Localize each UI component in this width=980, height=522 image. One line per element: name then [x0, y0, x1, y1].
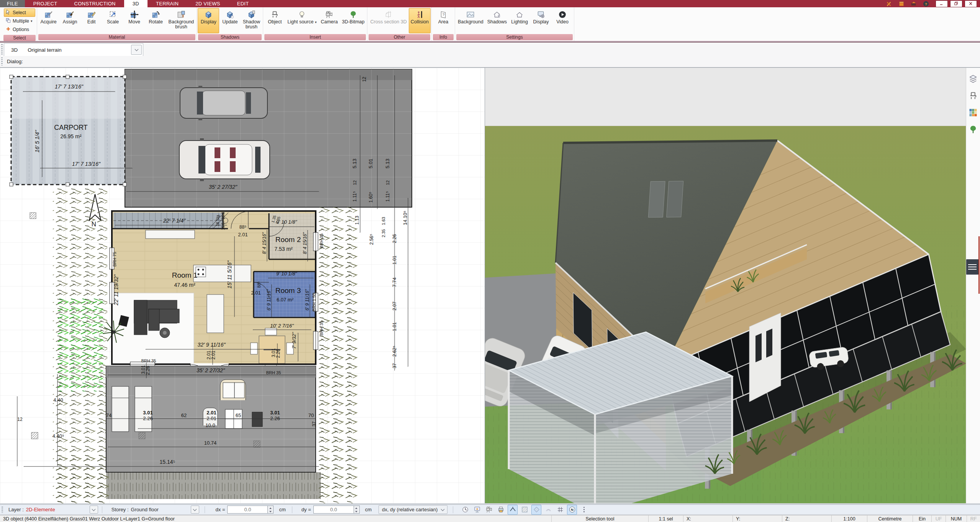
dx-spinner[interactable]	[268, 506, 274, 514]
ribbon-button-update[interactable]: Update	[219, 8, 241, 33]
ribbon-button-camera[interactable]: Camera	[318, 8, 340, 33]
plan-label: 65	[236, 412, 241, 418]
tab-edit[interactable]: EDIT	[229, 0, 257, 7]
package-icon[interactable]	[897, 0, 906, 7]
plan-label: 9' 10 1/8"	[276, 271, 297, 277]
tab-file[interactable]: FILE	[0, 0, 25, 7]
ribbon-button-acquire[interactable]: Acquire	[38, 8, 59, 33]
roof-icon[interactable]	[508, 505, 518, 515]
plan-label: 5.01	[368, 159, 374, 168]
storey-label: Storey :	[111, 507, 129, 512]
ribbon-button-background-brush[interactable]: Background brush	[167, 8, 196, 33]
dy-spinner[interactable]	[354, 506, 360, 514]
plants-icon[interactable]	[968, 124, 978, 134]
storey-dropdown-button[interactable]	[191, 506, 199, 514]
clock-icon[interactable]	[460, 505, 470, 515]
terrain-view-selector[interactable]: 3D Original terrain	[4, 43, 143, 56]
restore-button[interactable]	[950, 0, 962, 7]
canvas-area: 17' 7 13/16"16' 5 1/4"CARPORT26.95 m²17'…	[0, 67, 980, 503]
status-cells: Selection tool1:1 selX:Y:Z:1:100Centimet…	[551, 515, 980, 522]
dy-unit: cm	[365, 507, 372, 512]
dx-input[interactable]: 0.0	[227, 506, 268, 514]
screen-capture-icon[interactable]	[472, 505, 482, 515]
ribbon-button-object[interactable]: Object	[264, 8, 285, 33]
view-selector-bar: 3D Original terrain	[0, 42, 980, 56]
video-icon	[558, 10, 567, 20]
plan-label: 32' 9 11/16"	[198, 342, 226, 348]
ribbon-button-lighting[interactable]: Lighting	[509, 8, 530, 33]
dy-input[interactable]: 0.0	[313, 506, 354, 514]
close-button[interactable]	[965, 0, 977, 7]
chevron-down-icon[interactable]: ▾	[31, 19, 33, 23]
ribbon-button-scale[interactable]: Scale	[102, 8, 124, 33]
tiling-icon[interactable]	[531, 505, 541, 515]
ribbon-button-shadow-brush[interactable]: Shadow brush	[241, 8, 262, 33]
render-3d-view[interactable]	[485, 68, 966, 503]
tab-3d[interactable]: 3D	[124, 0, 147, 7]
storey-select-value[interactable]: Ground floor	[131, 507, 188, 512]
plan-driveway[interactable]	[125, 69, 412, 207]
ribbon-button-display[interactable]: Display	[530, 8, 552, 33]
ribbon-button-background[interactable]: Background	[456, 8, 485, 33]
ribbon-button-move[interactable]: Move	[124, 8, 145, 33]
plan-label: 6.07 m²	[277, 297, 294, 303]
ribbon-button-collision[interactable]: Collision	[409, 8, 431, 33]
tab-construction[interactable]: CONSTRUCTION	[66, 0, 124, 7]
layers-icon[interactable]	[968, 74, 978, 84]
ribbon-button-options[interactable]: Options	[4, 25, 35, 34]
ribbon-button-display[interactable]: Display	[198, 8, 219, 33]
contours-icon[interactable]	[543, 505, 553, 515]
north-icon[interactable]: N	[567, 505, 577, 515]
help-icon[interactable]: ?	[922, 0, 930, 7]
ribbon-button-select[interactable]: Select	[4, 8, 35, 17]
splitter-handle[interactable]	[966, 259, 978, 275]
minimize-button[interactable]	[936, 0, 948, 7]
hatching-icon[interactable]	[519, 505, 529, 515]
ribbon-button-multiple[interactable]: Multiple▾	[4, 17, 35, 25]
right-toolbar	[966, 68, 980, 503]
ribbon-button-area[interactable]: ?Area	[433, 8, 454, 33]
export-icon[interactable]	[910, 0, 918, 7]
toolbar-grip[interactable]	[1, 57, 3, 65]
layer-dropdown-button[interactable]	[90, 506, 98, 514]
dy-label: dy =	[302, 507, 311, 512]
chevron-down-icon[interactable]	[131, 45, 142, 55]
render-svg	[485, 68, 966, 503]
car-top-view[interactable]	[179, 138, 270, 181]
chevron-down-icon[interactable]: ▾	[315, 20, 317, 24]
plan-label: 12	[352, 180, 357, 185]
plan-label: 62	[181, 412, 187, 418]
materials-icon[interactable]	[968, 108, 978, 118]
ribbon-button-shadows[interactable]: Shadows	[485, 8, 509, 33]
ribbon-button-video[interactable]: Video	[552, 8, 573, 33]
car-top-view[interactable]	[180, 86, 267, 120]
ribbon-group-label: Material	[38, 34, 196, 40]
ribbon-button-light-source[interactable]: Light source ▾	[285, 8, 318, 33]
ribbon-group-material: AcquireAssignEditScaleMoveRotateBackgrou…	[37, 7, 197, 41]
plan-label: 14.10⁵	[402, 211, 408, 225]
rotate-icon	[152, 10, 160, 20]
layer-select-value[interactable]: 2D-Elemente	[26, 507, 87, 512]
furniture-icon[interactable]	[968, 91, 978, 101]
tab-terrain[interactable]: TERRAIN	[147, 0, 187, 7]
ribbon-button-assign[interactable]: Assign	[59, 8, 81, 33]
print-view-icon[interactable]	[496, 505, 506, 515]
ribbon-button-rotate[interactable]: Rotate	[145, 8, 167, 33]
coordinate-mode-select[interactable]: dx, dy (relative cartesian)	[379, 505, 447, 514]
tab-project[interactable]: PROJECT	[25, 0, 66, 7]
plan-label: 17' 7 13/16"	[55, 83, 84, 90]
plan-label: 35' 2 27/32"	[209, 184, 238, 190]
ribbon-button-3d-bitmap[interactable]: 3D-Bitmap	[340, 8, 366, 33]
record-icon[interactable]	[484, 505, 494, 515]
plan-label: 37	[392, 363, 397, 368]
more-icon[interactable]	[579, 505, 589, 515]
tools-icon[interactable]	[885, 0, 893, 7]
tab-2d-views[interactable]: 2D VIEWS	[187, 0, 229, 7]
edit-icon	[87, 10, 96, 20]
toolbar-grip[interactable]	[1, 44, 3, 54]
ribbon-button-edit[interactable]: Edit	[81, 8, 102, 33]
toolbar-grip[interactable]	[2, 507, 3, 513]
plan-2d-view[interactable]: 17' 7 13/16"16' 5 1/4"CARPORT26.95 m²17'…	[0, 68, 485, 503]
plan-label: 7' 9/32"	[291, 332, 297, 349]
grid-icon[interactable]	[555, 505, 565, 515]
